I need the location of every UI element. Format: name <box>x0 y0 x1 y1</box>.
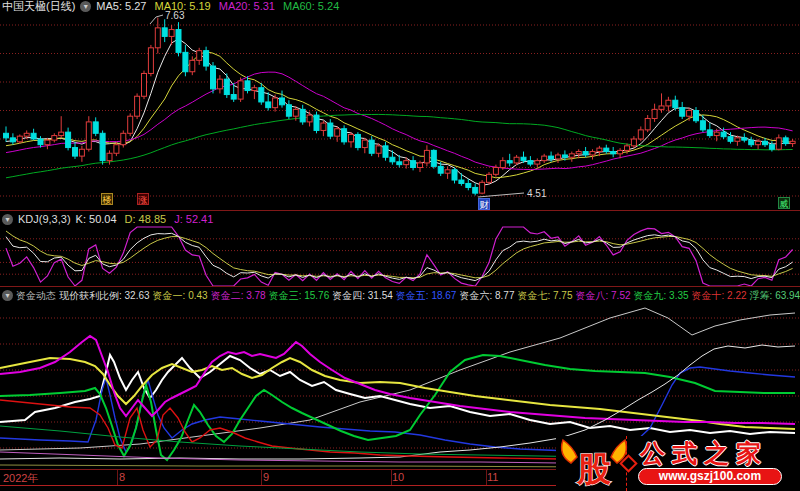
kdj-value-1: D: 48.85 <box>125 213 167 226</box>
price-chart-panel[interactable] <box>0 12 800 210</box>
fund-value-2: 资金二: 3.78 <box>211 289 266 302</box>
fund-value-8: 资金八: 7.52 <box>576 289 631 302</box>
fund-value-1: 资金一: 0.43 <box>153 289 208 302</box>
fund-value-10: 资金十: 2.22 <box>692 289 747 302</box>
fund-value-5: 资金五: 18.67 <box>396 289 457 302</box>
chevron-down-icon[interactable]: ▾ <box>2 214 13 225</box>
fund-value-9: 资金九: 3.35 <box>634 289 689 302</box>
axis-label-2: 9 <box>263 471 269 483</box>
fund-title: 资金动态 <box>16 289 56 302</box>
fund-value-4: 资金四: 31.54 <box>332 289 393 302</box>
fund-value-11: 浮筹: 63.94 <box>750 289 800 302</box>
fund-value-3: 资金三: 15.76 <box>269 289 330 302</box>
fund-header: ▾ 资金动态 现价获利比例: 32.63资金一: 0.43资金二: 3.78资金… <box>2 289 800 302</box>
kdj-title: KDJ(9,3,3) <box>18 213 71 226</box>
axis-label-4: 11 <box>487 471 498 483</box>
fund-values: 现价获利比例: 32.63资金一: 0.43资金二: 3.78资金三: 15.7… <box>59 289 800 302</box>
kdj-value-0: K: 50.04 <box>76 213 117 226</box>
watermark-brand: 公式之家 <box>640 437 768 470</box>
kdj-header: ▾ KDJ(9,3,3) K: 50.04D: 48.85J: 52.41 <box>2 213 213 226</box>
watermark: 股 公式之家 www.gszj100.com <box>556 436 800 491</box>
fund-value-0: 现价获利比例: 32.63 <box>59 289 150 302</box>
app-window: 中国天楹(日线) ▾ MA5: 5.27MA10: 5.19MA20: 5.31… <box>0 0 800 491</box>
panel-divider <box>0 210 800 211</box>
logo-char: 股 <box>576 450 612 488</box>
axis-label-0: 2022年 <box>3 471 38 486</box>
axis-tick <box>261 470 262 485</box>
axis-label-3: 10 <box>392 471 404 483</box>
axis-label-1: 8 <box>119 471 125 483</box>
watermark-url: www.gszj100.com <box>638 468 782 485</box>
kdj-value-2: J: 52.41 <box>174 213 213 226</box>
panel-divider <box>0 286 800 287</box>
axis-tick <box>117 470 118 485</box>
kdj-values: K: 50.04D: 48.85J: 52.41 <box>76 213 214 226</box>
kdj-chart-panel[interactable] <box>0 226 800 286</box>
chevron-down-icon[interactable]: ▾ <box>2 290 13 301</box>
chevron-down-icon[interactable]: ▾ <box>80 1 91 12</box>
fund-value-7: 资金七: 7.75 <box>517 289 572 302</box>
fund-value-6: 资金六: 8.77 <box>459 289 514 302</box>
